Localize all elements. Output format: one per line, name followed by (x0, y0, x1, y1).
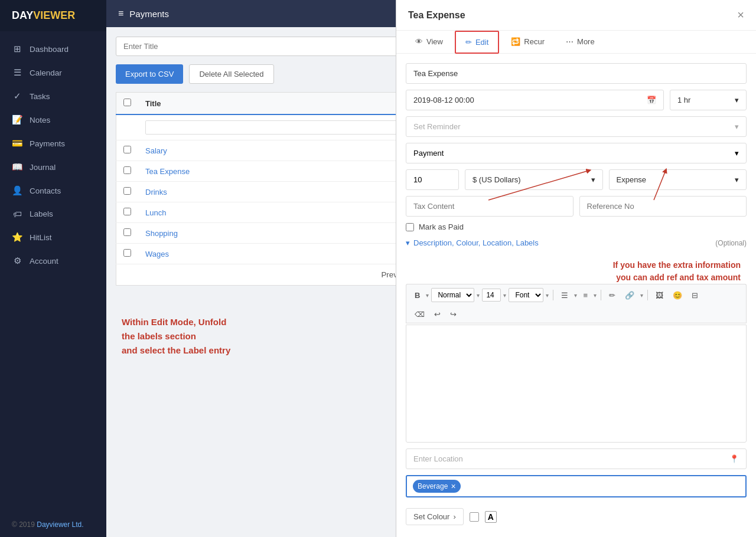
form-title-input[interactable] (406, 63, 747, 84)
row-title: Shopping (138, 223, 429, 244)
amount-input[interactable] (406, 169, 459, 190)
menu-icon[interactable]: ≡ (118, 8, 123, 19)
datetime-field[interactable]: 2019-08-12 00:00 📅 (406, 90, 664, 110)
editor-area[interactable] (406, 325, 747, 443)
payment-type-field[interactable]: Payment ▾ (406, 143, 747, 163)
colour-swatch (470, 512, 479, 522)
clear-format-button[interactable]: ⌫ (411, 308, 428, 320)
header-title: Payments (129, 9, 169, 19)
row-checkbox[interactable] (123, 166, 131, 174)
align-arrow: ▾ (594, 292, 597, 299)
reference-no-input[interactable] (579, 196, 747, 217)
tab-recur-label: Recur (524, 37, 545, 46)
mark-paid-row: Mark as Paid (406, 222, 747, 231)
tab-edit[interactable]: ✏ Edit (455, 31, 499, 54)
payments-icon: 💳 (12, 138, 22, 149)
editor-toolbar: B ▾ Normal ▾ ▾ Font ▾ ☰ ▾ ≡ ▾ ✏ 🔗 ▾ 🖼 😊 … (406, 284, 747, 306)
modal-header: Tea Expense × (396, 0, 756, 31)
list-button[interactable]: ☰ (558, 289, 572, 302)
contacts-icon: 👤 (12, 185, 22, 196)
sidebar-item-label: Payments (30, 139, 65, 148)
tab-recur[interactable]: 🔁 Recur (501, 31, 554, 53)
export-csv-button[interactable]: Export to CSV (116, 64, 183, 84)
row-checkbox[interactable] (123, 228, 131, 236)
sidebar-item-dashboard[interactable]: ⊞ Dashboard (0, 37, 106, 61)
col-title: Title (138, 93, 429, 115)
labels-icon: 🏷 (12, 209, 22, 219)
sidebar-item-labels[interactable]: 🏷 Labels (0, 202, 106, 225)
sidebar-item-label: Notes (30, 116, 50, 125)
sidebar-item-contacts[interactable]: 👤 Contacts (0, 179, 106, 202)
expense-type-value: Expense (617, 175, 647, 184)
location-field[interactable]: Enter Location 📍 (406, 448, 747, 469)
sidebar-item-notes[interactable]: 📝 Notes (0, 108, 106, 132)
list-arrow: ▾ (574, 292, 577, 299)
tab-more[interactable]: ⋯ More (556, 31, 604, 53)
duration-select[interactable]: 1 hr ▾ (670, 90, 747, 110)
label-tag-beverage: Beverage × (413, 480, 461, 493)
logo-viewer: VIEWER (33, 9, 75, 21)
row-checkbox[interactable] (123, 146, 131, 153)
expense-type-select[interactable]: Expense ▾ (609, 169, 747, 190)
set-colour-row: Set Colour › A (406, 503, 747, 530)
align-button[interactable]: ≡ (579, 289, 591, 302)
image-button[interactable]: 🖼 (652, 289, 667, 302)
font-size-input[interactable] (482, 289, 501, 302)
undo-button[interactable]: ↩ (431, 308, 444, 320)
font-select[interactable]: Font (509, 288, 543, 302)
sidebar-item-calendar[interactable]: ☰ Calendar (0, 61, 106, 84)
copyright-text: © 2019 (12, 520, 37, 529)
view-icon: 👁 (415, 37, 423, 46)
label-tag-text: Beverage (418, 482, 448, 490)
sidebar-item-hitlist[interactable]: ⭐ HitList (0, 225, 106, 249)
logo-day: DAY (12, 9, 33, 21)
tab-view[interactable]: 👁 View (406, 31, 452, 53)
sidebar-item-payments[interactable]: 💳 Payments (0, 132, 106, 155)
link-button[interactable]: 🔗 (621, 289, 638, 302)
fold-icon: ▾ (406, 238, 410, 247)
amount-row: $ (US Dollars) ▾ Expense ▾ (406, 169, 747, 190)
table-button[interactable]: ⊟ (688, 289, 702, 302)
reminder-field[interactable]: Set Reminder ▾ (406, 116, 747, 137)
mark-paid-checkbox[interactable] (406, 223, 414, 231)
filter-title-input[interactable] (145, 120, 422, 135)
location-pin-icon: 📍 (729, 454, 739, 463)
sidebar: DAYVIEWER ⊞ Dashboard ☰ Calendar ✓ Tasks… (0, 0, 106, 537)
row-checkbox[interactable] (123, 187, 131, 195)
sidebar-item-tasks[interactable]: ✓ Tasks (0, 84, 106, 108)
tax-content-input[interactable] (406, 196, 573, 217)
tasks-icon: ✓ (12, 91, 22, 101)
footer-link[interactable]: Dayviewer Ltd. (37, 520, 83, 529)
row-checkbox[interactable] (123, 249, 131, 257)
labels-field[interactable]: Beverage × (406, 475, 747, 497)
emoji-button[interactable]: 😊 (669, 289, 686, 302)
row-title: Drinks (138, 182, 429, 202)
hitlist-icon: ⭐ (12, 232, 22, 243)
sidebar-item-label: Labels (30, 209, 53, 218)
pen-button[interactable]: ✏ (605, 289, 619, 302)
redo-button[interactable]: ↪ (447, 308, 460, 320)
chevron-down-icon: ▾ (591, 175, 595, 184)
colour-a-label: A (488, 512, 494, 522)
calendar-icon: ☰ (12, 67, 22, 78)
sidebar-item-journal[interactable]: 📖 Journal (0, 155, 106, 179)
currency-select[interactable]: $ (US Dollars) ▾ (465, 169, 603, 190)
select-all-checkbox[interactable] (123, 99, 131, 106)
description-fold[interactable]: ▾ Description, Colour, Location, Labels … (406, 238, 747, 247)
label-remove-button[interactable]: × (451, 482, 455, 491)
calendar-icon: 📅 (647, 96, 656, 104)
row-title: Wages (138, 244, 429, 264)
sidebar-item-label: Tasks (30, 92, 50, 101)
bold-button[interactable]: B (411, 289, 423, 302)
modal-close-button[interactable]: × (737, 8, 744, 22)
format-select[interactable]: Normal (431, 288, 474, 302)
sidebar-item-label: Contacts (30, 186, 61, 195)
sidebar-item-account[interactable]: ⚙ Account (0, 249, 106, 273)
row-checkbox[interactable] (123, 208, 131, 215)
currency-label: $ (US Dollars) (472, 175, 521, 184)
set-colour-label: Set Colour (413, 512, 449, 521)
tab-view-label: View (426, 37, 443, 46)
delete-selected-button[interactable]: Delete All Selected (189, 64, 273, 84)
set-colour-button[interactable]: Set Colour › (406, 508, 464, 525)
datetime-row: 2019-08-12 00:00 📅 1 hr ▾ (406, 90, 747, 110)
